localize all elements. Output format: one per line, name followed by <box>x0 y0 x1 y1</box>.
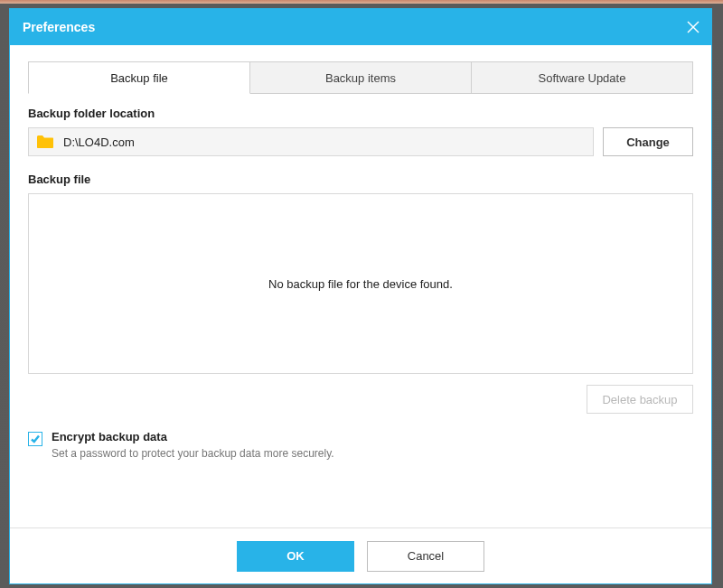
backup-file-list: No backup file for the device found. <box>28 193 693 374</box>
encrypt-checkbox[interactable] <box>28 432 42 446</box>
close-icon <box>687 21 700 33</box>
change-button[interactable]: Change <box>603 127 693 156</box>
tab-panel-backup-file: Backup folder location D:\LO4D.com Chang… <box>28 93 693 527</box>
ok-button[interactable]: OK <box>237 541 354 572</box>
ok-label: OK <box>286 549 305 563</box>
checkmark-icon <box>30 434 41 444</box>
folder-path-text: D:\LO4D.com <box>63 135 135 149</box>
cancel-button[interactable]: Cancel <box>367 541 484 572</box>
tab-label: Backup file <box>110 71 168 85</box>
delete-backup-button: Delete backup <box>587 385 693 414</box>
encrypt-text-block: Encrypt backup data Set a password to pr… <box>52 430 334 460</box>
encrypt-label: Encrypt backup data <box>52 430 334 443</box>
empty-message: No backup file for the device found. <box>268 277 453 291</box>
encrypt-row: Encrypt backup data Set a password to pr… <box>28 430 693 460</box>
tab-bar: Backup file Backup items Software Update <box>28 61 693 94</box>
preferences-window: Preferences Backup file Backup items Sof… <box>9 8 712 584</box>
encrypt-description: Set a password to protect your backup da… <box>52 447 334 460</box>
folder-location-label: Backup folder location <box>28 107 693 120</box>
footer-buttons: OK Cancel <box>10 527 711 583</box>
tab-label: Software Update <box>539 71 626 85</box>
folder-icon <box>36 135 54 149</box>
delete-label: Delete backup <box>602 393 677 406</box>
folder-row: D:\LO4D.com Change <box>28 127 693 156</box>
tab-label: Backup items <box>325 71 396 85</box>
delete-row: Delete backup <box>28 385 693 414</box>
cancel-label: Cancel <box>408 549 444 563</box>
tab-backup-items[interactable]: Backup items <box>249 61 472 94</box>
window-title: Preferences <box>23 20 95 34</box>
content-area: Backup file Backup items Software Update… <box>10 45 711 527</box>
tab-software-update[interactable]: Software Update <box>471 61 693 94</box>
close-button[interactable] <box>675 9 711 45</box>
backup-file-label: Backup file <box>28 173 693 186</box>
folder-path-display: D:\LO4D.com <box>28 127 594 156</box>
titlebar: Preferences <box>10 9 711 45</box>
change-label: Change <box>626 135 670 149</box>
tab-backup-file[interactable]: Backup file <box>28 61 250 94</box>
